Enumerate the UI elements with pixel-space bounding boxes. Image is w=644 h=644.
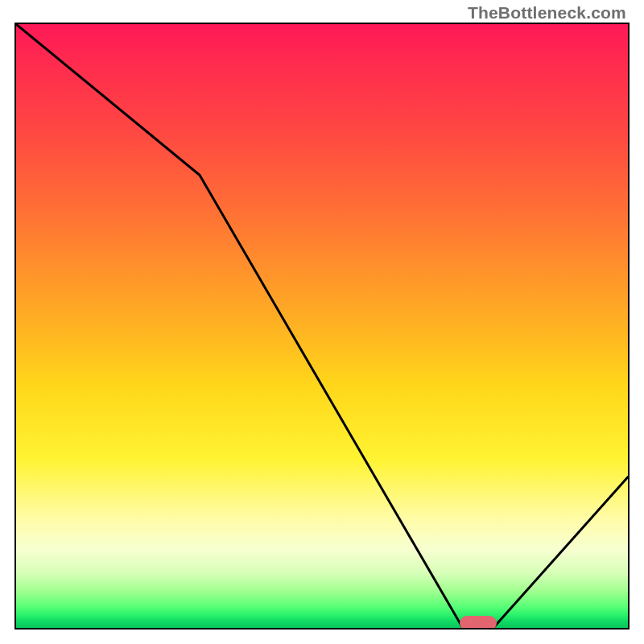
watermark-label: TheBottleneck.com [468,3,626,23]
optimum-marker [460,616,497,630]
chart-frame [14,23,630,630]
chart-background-gradient [16,24,628,628]
